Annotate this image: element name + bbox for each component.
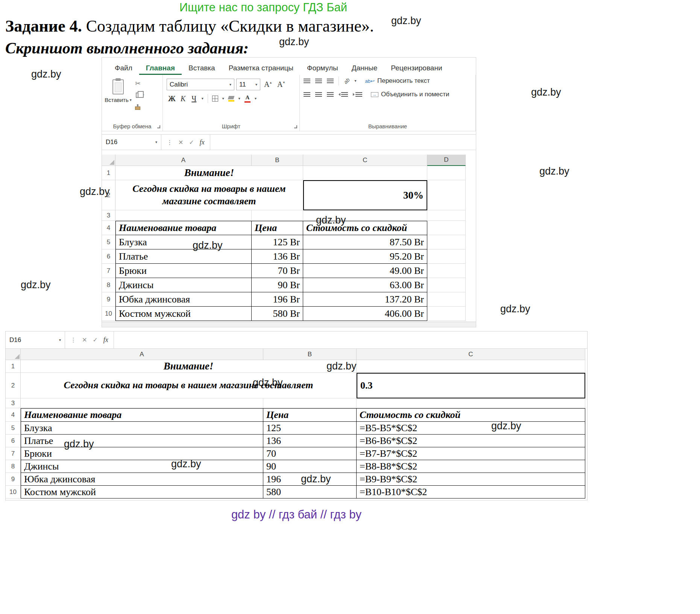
column-header-a[interactable]: A xyxy=(21,349,263,360)
cell-a7[interactable]: Брюки xyxy=(115,264,252,278)
cell-d10[interactable] xyxy=(427,307,466,321)
cell-b8[interactable]: 90 Br xyxy=(252,278,303,292)
cell-c6[interactable]: =B6-B6*$C$2 xyxy=(357,435,585,447)
row-header[interactable]: 7 xyxy=(102,264,115,278)
cell-a8[interactable]: Джинсы xyxy=(21,460,263,473)
cell-a4[interactable]: Наименование товара xyxy=(21,408,263,422)
copy-button[interactable]: ▾ xyxy=(135,91,144,99)
cell-b5[interactable]: 125 xyxy=(263,422,357,435)
row-header[interactable]: 10 xyxy=(6,486,21,498)
name-box[interactable]: D16▾ xyxy=(102,135,161,150)
cell-a2[interactable]: Сегодня скидка на товары в нашем магазин… xyxy=(21,373,357,398)
cell-b6[interactable]: 136 Br xyxy=(252,249,303,264)
paste-button[interactable]: Вставить▾ xyxy=(106,79,131,121)
cell-d4[interactable] xyxy=(427,221,466,235)
tab-formulas[interactable]: Формулы xyxy=(300,61,345,75)
tab-home[interactable]: Главная xyxy=(139,61,182,75)
row-header[interactable]: 2 xyxy=(6,373,21,398)
cell-b3[interactable] xyxy=(252,210,303,221)
cell-c1[interactable] xyxy=(357,360,585,373)
column-header-a[interactable]: A xyxy=(115,155,252,166)
cell-b9[interactable]: 196 xyxy=(263,473,357,486)
cell-d5[interactable] xyxy=(427,235,466,249)
cell-d8[interactable] xyxy=(427,278,466,292)
row-header[interactable]: 4 xyxy=(6,408,21,422)
cell-b4[interactable]: Цена xyxy=(263,408,357,422)
select-all-corner[interactable] xyxy=(102,155,115,166)
tab-review[interactable]: Рецензировани xyxy=(384,61,449,75)
cell-a2[interactable]: Сегодня скидка на товары в нашем магазин… xyxy=(115,180,303,210)
underline-button[interactable]: Ч xyxy=(191,94,197,103)
cell-d3[interactable] xyxy=(427,210,466,221)
merge-center-button[interactable]: ↔Объединить и помести xyxy=(371,91,449,98)
cell-c10[interactable]: =B10-B10*$C$2 xyxy=(357,486,585,498)
column-header-b[interactable]: B xyxy=(252,155,303,166)
decrease-indent-button[interactable] xyxy=(339,92,348,97)
cell-c10[interactable]: 406.00 Br xyxy=(303,307,427,321)
cell-b4[interactable]: Цена xyxy=(252,221,303,235)
enter-button[interactable]: ✓ xyxy=(93,336,97,343)
row-header[interactable]: 3 xyxy=(102,210,115,221)
cell-c8[interactable]: =B8-B8*$C$2 xyxy=(357,460,585,473)
cell-a1[interactable]: Внимание! xyxy=(21,360,357,373)
row-header[interactable]: 10 xyxy=(102,307,115,321)
align-center-button[interactable] xyxy=(315,92,322,97)
cell-a3[interactable] xyxy=(21,398,263,408)
cell-c7[interactable]: 49.00 Br xyxy=(303,264,427,278)
cell-d7[interactable] xyxy=(427,264,466,278)
format-painter-button[interactable] xyxy=(135,103,144,111)
row-header[interactable]: 3 xyxy=(6,398,21,408)
cell-a3[interactable] xyxy=(115,210,252,221)
dialog-launcher-icon[interactable] xyxy=(294,125,297,128)
select-all-corner[interactable] xyxy=(6,349,21,360)
decrease-font-button[interactable]: А▾ xyxy=(275,80,287,89)
tab-data[interactable]: Данные xyxy=(345,61,384,75)
row-header[interactable]: 8 xyxy=(6,460,21,473)
cell-b8[interactable]: 90 xyxy=(263,460,357,473)
align-top-button[interactable] xyxy=(304,79,310,83)
cell-a7[interactable]: Брюки xyxy=(21,447,263,460)
row-header[interactable]: 1 xyxy=(6,360,21,373)
cancel-button[interactable]: ✕ xyxy=(82,336,87,343)
cell-d6[interactable] xyxy=(427,249,466,264)
row-header[interactable]: 7 xyxy=(6,447,21,460)
align-right-button[interactable] xyxy=(327,92,334,97)
cell-c9[interactable]: =B9-B9*$C$2 xyxy=(357,473,585,486)
cell-a8[interactable]: Джинсы xyxy=(115,278,252,292)
tab-insert[interactable]: Вставка xyxy=(182,61,222,75)
align-bottom-button[interactable] xyxy=(327,79,334,83)
font-size-select[interactable]: 11▾ xyxy=(236,79,260,90)
column-header-c[interactable]: C xyxy=(303,155,427,166)
cell-d2[interactable] xyxy=(427,180,466,210)
cell-c8[interactable]: 63.00 Br xyxy=(303,278,427,292)
row-header[interactable]: 4 xyxy=(102,221,115,235)
cell-c9[interactable]: 137.20 Br xyxy=(303,292,427,307)
row-header[interactable]: 9 xyxy=(6,473,21,486)
cell-c3[interactable] xyxy=(303,210,427,221)
font-name-select[interactable]: Calibri▾ xyxy=(167,79,234,90)
insert-function-button[interactable]: fx xyxy=(200,138,205,146)
cell-a5[interactable]: Блузка xyxy=(21,422,263,435)
cell-b10[interactable]: 580 Br xyxy=(252,307,303,321)
cell-a5[interactable]: Блузка xyxy=(115,235,252,249)
cell-c5[interactable]: 87.50 Br xyxy=(303,235,427,249)
cell-b5[interactable]: 125 Br xyxy=(252,235,303,249)
cell-c7[interactable]: =B7-B7*$C$2 xyxy=(357,447,585,460)
cell-b3[interactable] xyxy=(263,398,357,408)
cell-b9[interactable]: 196 Br xyxy=(252,292,303,307)
row-header[interactable]: 6 xyxy=(6,435,21,447)
row-header[interactable]: 6 xyxy=(102,249,115,264)
cell-c1[interactable] xyxy=(303,166,427,180)
row-header[interactable]: 8 xyxy=(102,278,115,292)
cell-a9[interactable]: Юбка джинсовая xyxy=(115,292,252,307)
tab-page-layout[interactable]: Разметка страницы xyxy=(222,61,300,75)
name-box[interactable]: D16▾ xyxy=(6,331,65,348)
cell-c2[interactable]: 0.3 xyxy=(357,373,585,398)
borders-button[interactable] xyxy=(212,96,218,102)
row-header[interactable]: 2 xyxy=(102,180,115,210)
font-color-button[interactable]: А xyxy=(244,95,251,103)
cell-c5[interactable]: =B5-B5*$C$2 xyxy=(357,422,585,435)
cell-a9[interactable]: Юбка джинсовая xyxy=(21,473,263,486)
column-header-b[interactable]: B xyxy=(263,349,357,360)
bold-button[interactable]: Ж xyxy=(168,94,176,103)
